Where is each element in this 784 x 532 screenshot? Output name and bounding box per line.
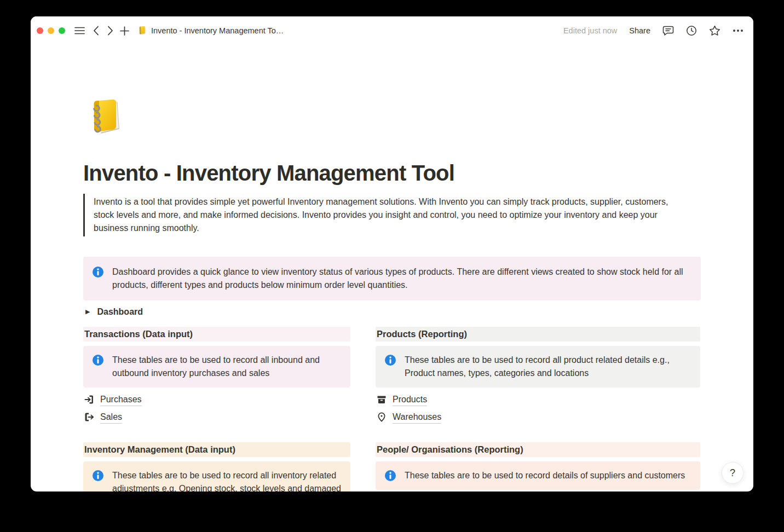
back-icon[interactable] — [93, 26, 99, 36]
section-header-people-organisations: People/ Organisations (Reporting) — [376, 442, 700, 457]
dashboard-callout-text: Dashboard provides a quick glance to vie… — [112, 265, 692, 292]
purchases-link-label: Purchases — [100, 394, 142, 406]
inventory-management-callout-text: These tables are to be used to record al… — [112, 469, 342, 491]
products-callout-text: These tables are to be used to record al… — [405, 354, 691, 380]
help-button[interactable]: ? — [722, 462, 743, 484]
section-people-organisations: People/ Organisations (Reporting) These … — [376, 442, 700, 491]
favorite-star-icon[interactable] — [709, 25, 720, 36]
products-link-label: Products — [393, 394, 427, 406]
transactions-callout-text: These tables are to be used to record al… — [112, 354, 342, 380]
dashboard-callout: Dashboard provides a quick glance to vie… — [83, 257, 701, 300]
forward-icon[interactable] — [107, 26, 113, 36]
minimize-window-icon[interactable] — [48, 27, 54, 34]
section-header-inventory-management: Inventory Management (Data input) — [83, 442, 350, 457]
page-link-products[interactable]: Products — [376, 391, 427, 408]
new-tab-icon[interactable] — [120, 26, 129, 36]
warehouses-link-label: Warehouses — [393, 411, 441, 424]
page-link-sales[interactable]: Sales — [83, 408, 122, 426]
intro-quote: Invento is a tool that provides simple y… — [83, 194, 684, 236]
info-icon — [92, 266, 104, 278]
section-products: Products (Reporting) These tables are to… — [376, 327, 700, 426]
page-link-purchases[interactable]: Purchases — [83, 391, 142, 408]
comments-icon[interactable] — [662, 25, 674, 36]
page-content: Invento - Inventory Management Tool Inve… — [31, 97, 753, 491]
close-window-icon[interactable] — [37, 27, 43, 34]
section-header-products: Products (Reporting) — [376, 327, 700, 342]
enter-door-icon — [84, 395, 94, 404]
share-button[interactable]: Share — [629, 26, 650, 35]
info-icon — [384, 354, 396, 366]
maximize-window-icon[interactable] — [59, 27, 65, 34]
section-transactions: Transactions (Data input) These tables a… — [83, 327, 350, 426]
edited-status: Edited just now — [563, 26, 617, 35]
tab-title-text: Invento - Inventory Management To… — [151, 26, 284, 35]
page-link-warehouses[interactable]: Warehouses — [376, 408, 441, 426]
columns-row-1: Transactions (Data input) These tables a… — [83, 327, 701, 426]
hamburger-menu-icon[interactable] — [74, 26, 85, 35]
products-callout: These tables are to be used to record al… — [376, 346, 700, 388]
people-organisations-callout-text: These tables are to be used to record de… — [405, 469, 685, 482]
info-icon — [92, 470, 104, 482]
columns-row-2: Inventory Management (Data input) These … — [83, 442, 701, 491]
section-header-transactions: Transactions (Data input) — [83, 327, 350, 342]
toggle-label: Dashboard — [97, 307, 143, 317]
notebook-icon — [137, 26, 147, 36]
tab-title: Invento - Inventory Management To… — [137, 26, 284, 36]
more-options-icon[interactable] — [733, 29, 743, 32]
section-inventory-management: Inventory Management (Data input) These … — [83, 442, 350, 491]
exit-door-icon — [84, 412, 94, 422]
app-window: Invento - Inventory Management To… Edite… — [31, 16, 753, 491]
inventory-management-callout: These tables are to be used to record al… — [83, 461, 350, 491]
traffic-lights — [37, 27, 65, 34]
people-organisations-callout: These tables are to be used to record de… — [376, 461, 700, 490]
info-icon — [92, 354, 104, 366]
sales-link-label: Sales — [100, 411, 122, 424]
dashboard-toggle[interactable]: ▶ Dashboard — [83, 306, 145, 318]
history-clock-icon[interactable] — [686, 25, 697, 36]
transactions-callout: These tables are to be used to record al… — [83, 346, 350, 388]
page-emoji-icon[interactable] — [83, 97, 124, 138]
toggle-triangle-icon[interactable]: ▶ — [85, 308, 90, 315]
info-icon — [384, 470, 396, 482]
page-title: Invento - Inventory Management Tool — [83, 159, 701, 187]
location-pin-icon — [377, 412, 387, 422]
archive-box-icon — [377, 395, 387, 404]
title-bar: Invento - Inventory Management To… Edite… — [31, 16, 753, 45]
